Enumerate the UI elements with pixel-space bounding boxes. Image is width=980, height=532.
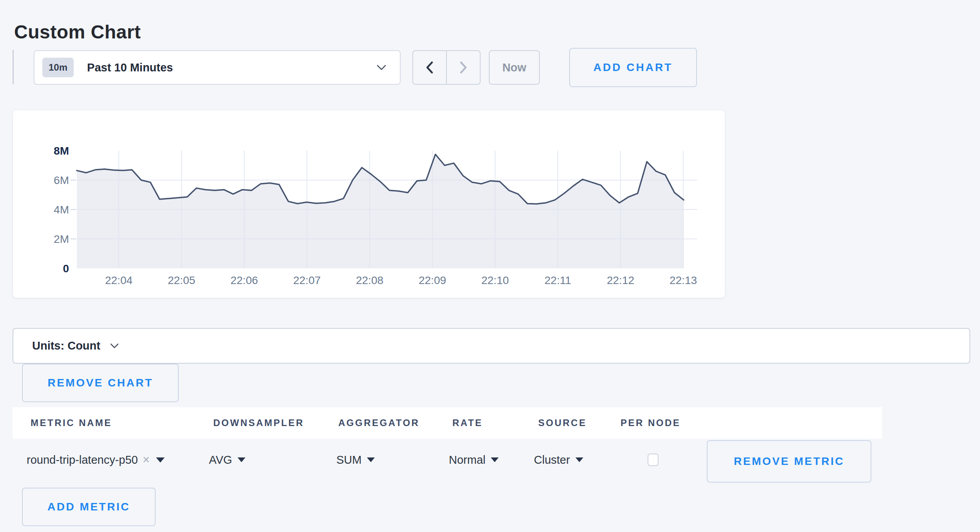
chart-card: 02M4M6M8M22:0422:0522:0622:0722:0822:092… bbox=[13, 110, 725, 298]
clear-metric-icon[interactable]: × bbox=[143, 453, 150, 467]
column-header-source: SOURCE bbox=[538, 417, 587, 428]
downsampler-value: AVG bbox=[209, 454, 232, 466]
caret-down-icon bbox=[156, 457, 165, 463]
svg-text:6M: 6M bbox=[54, 174, 69, 186]
chevron-left-icon bbox=[424, 60, 436, 75]
downsampler-select[interactable]: AVG bbox=[209, 450, 245, 469]
remove-chart-label: REMOVE CHART bbox=[47, 377, 153, 389]
caret-down-icon bbox=[367, 457, 375, 462]
now-button-label: Now bbox=[502, 61, 526, 74]
svg-text:2M: 2M bbox=[54, 233, 69, 245]
remove-metric-label: REMOVE METRIC bbox=[734, 455, 844, 468]
metrics-table-header: METRIC NAME DOWNSAMPLER AGGREGATOR RATE … bbox=[13, 407, 882, 439]
svg-text:22:04: 22:04 bbox=[105, 274, 132, 286]
column-header-rate: RATE bbox=[452, 417, 483, 428]
now-button[interactable]: Now bbox=[489, 50, 540, 85]
chart-svg: 02M4M6M8M22:0422:0522:0622:0722:0822:092… bbox=[13, 110, 725, 298]
column-header-per-node: PER NODE bbox=[621, 417, 681, 428]
remove-chart-button[interactable]: REMOVE CHART bbox=[22, 364, 179, 402]
source-select[interactable]: Cluster bbox=[534, 450, 583, 469]
next-time-button[interactable] bbox=[447, 51, 480, 84]
caret-down-icon bbox=[238, 457, 245, 462]
svg-text:0: 0 bbox=[63, 262, 69, 275]
svg-text:22:12: 22:12 bbox=[607, 274, 634, 286]
chevron-down-icon bbox=[110, 343, 119, 349]
units-label: Units: Count bbox=[32, 339, 100, 352]
per-node-checkbox[interactable] bbox=[648, 454, 659, 466]
add-chart-button[interactable]: ADD CHART bbox=[569, 48, 697, 87]
metric-name-select[interactable]: round-trip-latency-p50 × bbox=[27, 450, 165, 469]
add-metric-button[interactable]: ADD METRIC bbox=[22, 488, 156, 526]
svg-text:8M: 8M bbox=[54, 145, 69, 157]
page-title: Custom Chart bbox=[14, 21, 141, 43]
caret-down-icon bbox=[491, 457, 499, 462]
rate-select[interactable]: Normal bbox=[449, 450, 499, 469]
aggregator-select[interactable]: SUM bbox=[336, 450, 375, 469]
chevron-down-icon bbox=[376, 64, 387, 71]
column-header-downsampler: DOWNSAMPLER bbox=[213, 417, 304, 428]
svg-text:22:10: 22:10 bbox=[481, 274, 509, 286]
add-metric-label: ADD METRIC bbox=[47, 501, 130, 513]
time-pager bbox=[412, 50, 481, 85]
svg-text:22:05: 22:05 bbox=[168, 274, 195, 286]
svg-text:22:07: 22:07 bbox=[293, 274, 321, 286]
svg-text:22:09: 22:09 bbox=[419, 274, 446, 286]
source-value: Cluster bbox=[534, 454, 570, 466]
time-range-label: Past 10 Minutes bbox=[87, 61, 173, 74]
time-window-badge: 10m bbox=[42, 58, 74, 77]
svg-text:4M: 4M bbox=[54, 204, 69, 216]
metric-name-value: round-trip-latency-p50 bbox=[27, 454, 138, 466]
units-select[interactable]: Units: Count bbox=[13, 328, 970, 364]
column-header-metric-name: METRIC NAME bbox=[31, 417, 112, 428]
custom-chart-page: { "page": { "title": "Custom Chart", "ba… bbox=[0, 0, 980, 532]
rate-value: Normal bbox=[449, 454, 485, 466]
chevron-right-icon bbox=[457, 60, 469, 75]
add-chart-label: ADD CHART bbox=[593, 61, 673, 74]
caret-down-icon bbox=[575, 457, 583, 462]
time-range-select[interactable]: 10m Past 10 Minutes bbox=[34, 50, 401, 85]
column-header-aggregator: AGGREGATOR bbox=[338, 417, 419, 428]
svg-text:22:11: 22:11 bbox=[544, 274, 571, 286]
aggregator-value: SUM bbox=[336, 454, 361, 466]
svg-text:22:08: 22:08 bbox=[356, 274, 383, 286]
svg-text:22:06: 22:06 bbox=[230, 274, 258, 286]
toolbar-divider bbox=[13, 50, 14, 84]
prev-time-button[interactable] bbox=[413, 51, 447, 84]
svg-text:22:13: 22:13 bbox=[670, 274, 697, 286]
remove-metric-button[interactable]: REMOVE METRIC bbox=[707, 440, 871, 483]
